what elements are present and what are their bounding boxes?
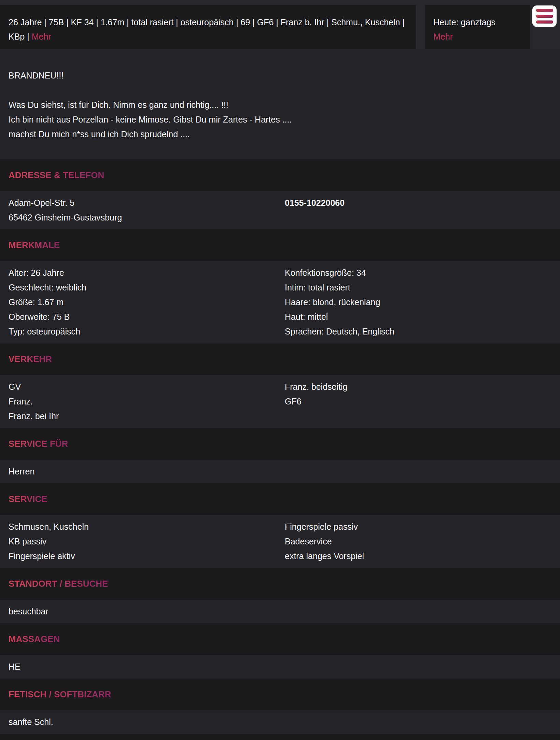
attribute-value: HE [9,659,285,674]
profile-summary: 26 Jahre | 75B | KF 34 | 1.67m | total r… [9,15,408,44]
section-column: GVFranz.Franz. bei Ihr [9,380,285,424]
section-content-massagen: HE [0,655,560,679]
section-column: besuchbar [9,604,285,619]
section-column [285,464,551,479]
section-title-service-fuer: SERVICE FÜR [9,439,68,449]
section-header-verkehr: VERKEHR [0,343,560,375]
section-column: Adam-Opel-Str. 565462 Ginsheim-Gustavsbu… [9,196,285,225]
section-header-merkmale: MERKMALE [0,229,560,261]
section-column [285,715,551,729]
section-content-service: Schmusen, KuschelnKB passivFingerspiele … [0,515,560,568]
attribute-value: besuchbar [9,604,285,619]
section-header-service-fuer: SERVICE FÜR [0,428,560,460]
section-column: Alter: 26 JahreGeschlecht: weiblichGröße… [9,266,285,339]
attribute-value: Haare: blond, rückenlang [285,295,551,310]
attribute-value: Fingerspiele passiv [285,520,551,534]
attribute-value: Franz. [9,394,285,409]
availability-box: Heute: ganztags Mehr [425,5,530,49]
section-title-verkehr: VERKEHR [9,354,52,365]
attribute-value: Typ: osteuropäisch [9,324,285,339]
description-line: Was Du siehst, ist für Dich. Nimm es gan… [9,98,551,112]
attribute-value: Adam-Opel-Str. 5 [9,196,285,210]
attribute-value: KB passiv [9,534,285,549]
section-column: 0155-10220060 [285,196,551,225]
attribute-value: Herren [9,464,285,479]
sections: ADRESSE & TELEFONAdam-Opel-Str. 565462 G… [0,159,560,734]
description-line: Ich bin nicht aus Porzellan - keine Mimo… [9,112,551,127]
section-header-standort-besuche: STANDORT / BESUCHE [0,568,560,600]
description-section: BRANDNEU!!! Was Du siehst, ist für Dich.… [0,49,560,159]
page: 26 Jahre | 75B | KF 34 | 1.67m | total r… [0,5,560,740]
section-column: Franz. beidseitigGF6 [285,380,551,424]
section-content-adresse-telefon: Adam-Opel-Str. 565462 Ginsheim-Gustavsbu… [0,191,560,229]
section-column [285,659,551,674]
availability-more-link[interactable]: Mehr [433,32,453,41]
section-title-service: SERVICE [9,494,47,504]
attribute-value: Haut: mittel [285,310,551,324]
attribute-value: Sprachen: Deutsch, Englisch [285,324,551,339]
attribute-value: Alter: 26 Jahre [9,266,285,280]
attribute-value: Oberweite: 75 B [9,310,285,324]
attribute-value: extra langes Vorspiel [285,549,551,564]
attribute-value: GV [9,380,285,394]
section-title-adresse-telefon: ADRESSE & TELEFON [9,170,104,181]
availability-text: Heute: ganztags [433,15,522,29]
section-column: Konfektionsgröße: 34Intim: total rasiert… [285,266,551,339]
hamburger-menu-icon[interactable] [532,5,557,27]
profile-summary-text: 26 Jahre | 75B | KF 34 | 1.67m | total r… [9,17,405,41]
section-column [285,604,551,619]
attribute-value: Fingerspiele aktiv [9,549,285,564]
attribute-value: Badeservice [285,534,551,549]
attribute-value: GF6 [285,394,551,409]
section-content-verkehr: GVFranz.Franz. bei IhrFranz. beidseitigG… [0,375,560,428]
summary-more-link[interactable]: Mehr [32,32,51,41]
attribute-value: Franz. beidseitig [285,380,551,394]
section-header-service: SERVICE [0,483,560,515]
hamburger-bar-icon [536,9,553,12]
attribute-value: sanfte Schl. [9,715,285,729]
section-content-service-fuer: Herren [0,460,560,483]
section-content-standort-besuche: besuchbar [0,600,560,623]
section-title-standort-besuche: STANDORT / BESUCHE [9,579,108,589]
attribute-value: 0155-10220060 [285,196,551,210]
attribute-value: Größe: 1.67 m [9,295,285,310]
description-text: Was Du siehst, ist für Dich. Nimm es gan… [9,98,551,142]
menu-slot [530,5,560,49]
section-content-merkmale: Alter: 26 JahreGeschlecht: weiblichGröße… [0,261,560,343]
section-header-massagen: MASSAGEN [0,623,560,655]
section-title-fetisch-softbizarr: FETISCH / SOFTBIZARR [9,689,111,700]
section-column: HE [9,659,285,674]
section-title-merkmale: MERKMALE [9,240,60,251]
attribute-value: Konfektionsgröße: 34 [285,266,551,280]
attribute-value: Intim: total rasiert [285,280,551,295]
section-content-fetisch-softbizarr: sanfte Schl. [0,710,560,734]
section-title-massagen: MASSAGEN [9,634,60,644]
attribute-value: Franz. bei Ihr [9,409,285,424]
profile-summary-box: 26 Jahre | 75B | KF 34 | 1.67m | total r… [0,5,416,49]
attribute-value: Geschlecht: weiblich [9,280,285,295]
attribute-value: 65462 Ginsheim-Gustavsburg [9,210,285,225]
section-column: Fingerspiele passivBadeserviceextra lang… [285,520,551,564]
bottom-section-bar [0,734,560,740]
availability-more-row: Mehr [433,29,522,44]
section-header-adresse-telefon: ADRESSE & TELEFON [0,159,560,191]
section-column: Herren [9,464,285,479]
hamburger-bar-icon [536,15,553,18]
section-column: sanfte Schl. [9,715,285,729]
topbar: 26 Jahre | 75B | KF 34 | 1.67m | total r… [0,5,560,49]
description-headline: BRANDNEU!!! [9,68,551,83]
attribute-value: Schmusen, Kuscheln [9,520,285,534]
hamburger-bar-icon [536,20,553,24]
description-line: machst Du mich n*ss und ich Dich sprudel… [9,127,551,142]
section-column: Schmusen, KuschelnKB passivFingerspiele … [9,520,285,564]
section-header-fetisch-softbizarr: FETISCH / SOFTBIZARR [0,679,560,710]
